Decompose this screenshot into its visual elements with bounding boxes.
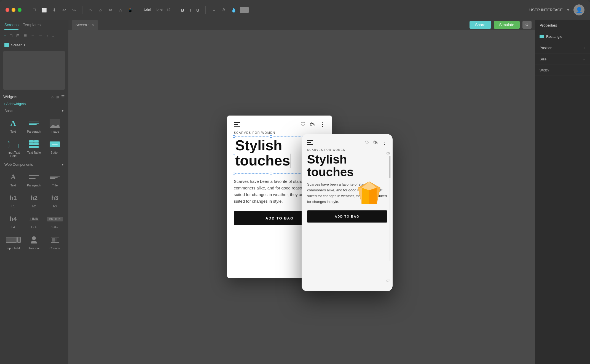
- redo-icon[interactable]: ↪: [70, 7, 78, 13]
- search-icon[interactable]: ⌕: [97, 7, 104, 13]
- tablet-bag-icon[interactable]: 🛍: [373, 140, 378, 146]
- handle-bl[interactable]: [233, 173, 235, 175]
- input-widget-box: [6, 237, 17, 243]
- share-button[interactable]: Share: [470, 21, 491, 29]
- size-section[interactable]: Size ⌄: [535, 53, 590, 65]
- tablet-heart-icon[interactable]: ♡: [365, 140, 369, 146]
- wc-widget-input[interactable]: Input field: [3, 232, 23, 252]
- position-section[interactable]: Position ›: [535, 42, 590, 53]
- add-widgets-btn[interactable]: + Add widgets: [0, 101, 68, 107]
- tablet-add-to-bag-btn[interactable]: ADD TO BAG: [307, 210, 387, 223]
- italic-button[interactable]: I: [188, 7, 192, 13]
- color-swatch[interactable]: [240, 7, 249, 13]
- screen-grid-btn[interactable]: ⊞: [15, 32, 21, 39]
- wc-widget-h2[interactable]: h2 h2: [24, 190, 44, 210]
- align-icon[interactable]: ≡: [210, 7, 218, 13]
- widget-text[interactable]: A Text: [3, 116, 23, 135]
- handle-bm[interactable]: [270, 173, 272, 175]
- wc-widget-title[interactable]: Title: [45, 169, 65, 189]
- handle-ml[interactable]: [233, 154, 235, 156]
- wc-widget-link[interactable]: LINK Link: [24, 211, 44, 231]
- list-view-btn[interactable]: ☰: [22, 32, 28, 39]
- handle-tl[interactable]: [233, 135, 235, 138]
- user-avatar[interactable]: 👤: [573, 4, 584, 15]
- widget-grid-icon[interactable]: ⊞: [56, 95, 59, 99]
- wc-widget-paragraph[interactable]: Paragraph: [24, 169, 44, 189]
- arrow-right-btn[interactable]: →: [37, 32, 44, 39]
- bag-icon[interactable]: 🛍: [310, 121, 315, 128]
- widget-text-table[interactable]: Text Table: [24, 136, 44, 160]
- wc-widget-h4[interactable]: h4 h4: [3, 211, 23, 231]
- more-icon[interactable]: ⋮: [320, 121, 325, 128]
- new-doc-icon[interactable]: □: [30, 7, 38, 13]
- wc-widget-user[interactable]: User icon: [24, 232, 44, 252]
- save-icon[interactable]: ⬇: [50, 7, 58, 13]
- wc-input-icon: [6, 237, 21, 243]
- minimize-button[interactable]: [12, 8, 15, 12]
- widget-image[interactable]: Image: [45, 116, 65, 135]
- input-field-box: [8, 144, 18, 148]
- phone-icon[interactable]: 📱: [127, 7, 134, 13]
- widget-paragraph[interactable]: Paragraph: [24, 116, 44, 135]
- cursor-icon[interactable]: ↖: [87, 7, 95, 13]
- arrow-down-btn[interactable]: ↓: [51, 32, 55, 39]
- maximize-button[interactable]: [18, 8, 22, 12]
- widget-button[interactable]: Button: [45, 136, 65, 160]
- tt-row2: [29, 143, 39, 145]
- shape-icon[interactable]: △: [117, 7, 124, 13]
- add-screen-btn[interactable]: +: [3, 32, 7, 39]
- close-button[interactable]: [6, 8, 9, 12]
- ui-chevron[interactable]: ▾: [567, 8, 569, 12]
- basic-para-icon: [29, 122, 39, 125]
- wc-section-header[interactable]: Web Components ▾: [2, 161, 66, 168]
- eyedropper-icon[interactable]: 💧: [230, 7, 238, 13]
- tablet-hamburger[interactable]: [307, 140, 313, 145]
- canvas-tab[interactable]: Screen 1 ✕: [72, 20, 98, 30]
- font-name[interactable]: Arial: [143, 8, 151, 12]
- screen-item[interactable]: Screen 1: [0, 41, 68, 49]
- settings-button[interactable]: ⚙: [522, 21, 532, 29]
- width-section[interactable]: Width: [535, 65, 590, 76]
- tab-templates[interactable]: Templates: [23, 23, 41, 30]
- arrow-left-btn[interactable]: ←: [30, 32, 36, 39]
- hamburger-icon[interactable]: [234, 122, 240, 127]
- wc-widget-text[interactable]: A Text: [3, 169, 23, 189]
- tablet-ham-line2: [307, 142, 311, 143]
- undo-icon[interactable]: ↩: [60, 7, 68, 13]
- basic-button-icon: [50, 141, 60, 147]
- underline-button[interactable]: U: [195, 7, 201, 13]
- tablet-scroll-bottom-text: 07: [387, 279, 390, 282]
- arrow-up-btn[interactable]: ↑: [45, 32, 49, 39]
- tablet-category: SCARVES FOR WOMEN: [307, 148, 387, 151]
- widget-search-icon[interactable]: ⌕: [51, 95, 53, 99]
- basic-section-header[interactable]: Basic ▾: [2, 107, 66, 114]
- tt-row1: [29, 140, 39, 143]
- mobile-nav: ♡ 🛍 ⋮: [227, 116, 332, 131]
- heart-icon[interactable]: ♡: [301, 121, 305, 128]
- sketch-logo: [357, 180, 382, 206]
- canvas-tab-close[interactable]: ✕: [92, 23, 94, 27]
- text-color-icon[interactable]: A: [220, 7, 228, 13]
- screen-view-btn[interactable]: □: [9, 32, 13, 39]
- tablet-hero-line2: touches: [307, 166, 387, 178]
- wc-widget-h3[interactable]: h3 h3: [45, 190, 65, 210]
- font-style[interactable]: Light: [154, 8, 163, 12]
- pen-icon[interactable]: ✏: [107, 7, 114, 13]
- font-size[interactable]: 12: [166, 8, 170, 12]
- hero-title-container[interactable]: Stylish touches: [234, 136, 308, 174]
- open-icon[interactable]: ⬜: [40, 7, 48, 13]
- separator4: [205, 6, 206, 14]
- widget-list-icon[interactable]: ☰: [61, 95, 65, 99]
- wc-widget-button[interactable]: BUTTON Button: [45, 211, 65, 231]
- widget-input-text-field[interactable]: A| Input Text Field: [3, 136, 23, 160]
- tablet-scroll-thumb[interactable]: [390, 156, 390, 178]
- wc-widget-h1[interactable]: h1 h1: [3, 190, 23, 210]
- tablet-more-icon[interactable]: ⋮: [382, 140, 387, 146]
- wc-para-icon-area: [27, 172, 41, 183]
- bold-button[interactable]: B: [179, 7, 186, 13]
- tab-screens[interactable]: Screens: [4, 23, 18, 30]
- rectangle-section[interactable]: Rectangle: [535, 31, 590, 42]
- handle-tm[interactable]: [270, 135, 272, 138]
- simulate-button[interactable]: Simulate: [494, 21, 520, 29]
- wc-widget-counter[interactable]: 1 Counter: [45, 232, 65, 252]
